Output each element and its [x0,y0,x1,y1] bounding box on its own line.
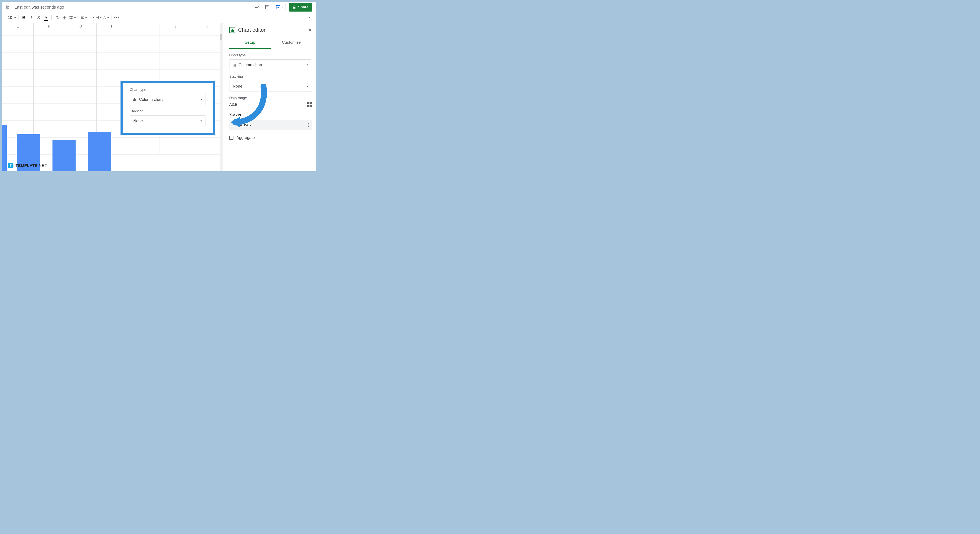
grid-cell[interactable] [33,75,65,81]
grid-cell[interactable] [191,35,223,41]
grid-row[interactable] [2,58,223,64]
fill-color-button[interactable] [54,14,60,21]
column-header[interactable]: E [2,23,33,30]
chart-type-select[interactable]: Column chart [229,59,312,70]
merge-cells-button[interactable] [68,14,76,21]
column-header[interactable]: I [128,23,160,30]
column-header[interactable]: K [191,23,223,30]
grid-cell[interactable] [97,75,128,81]
explore-icon[interactable] [253,3,261,11]
grid-cell[interactable] [33,92,65,98]
grid-row[interactable] [2,30,223,35]
edit-status-link[interactable]: Last edit was seconds ago [15,5,64,10]
grid-cell[interactable] [128,35,160,41]
grid-row[interactable] [2,41,223,47]
callout-stacking-select[interactable]: None [130,116,206,126]
grid-cell[interactable] [191,52,223,58]
grid-cell[interactable] [97,70,128,75]
grid-row[interactable] [2,35,223,41]
present-split-button[interactable] [274,4,286,10]
grid-cell[interactable] [65,41,97,47]
grid-cell[interactable] [65,86,97,92]
grid-cell[interactable] [2,81,33,86]
grid-cell[interactable] [65,58,97,64]
grid-cell[interactable] [2,92,33,98]
grid-cell[interactable] [160,58,191,64]
grid-cell[interactable] [33,98,65,103]
borders-button[interactable] [61,14,68,21]
grid-cell[interactable] [33,86,65,92]
grid-cell[interactable] [160,41,191,47]
horizontal-align-button[interactable] [81,14,87,21]
grid-cell[interactable] [33,70,65,75]
grid-cell[interactable] [191,70,223,75]
grid-cell[interactable] [97,64,128,69]
grid-cell[interactable] [2,70,33,75]
data-range-value[interactable]: A3:B [229,102,237,107]
grid-cell[interactable] [128,52,160,58]
grid-cell[interactable] [2,41,33,47]
vertical-scrollbar[interactable] [220,23,223,171]
grid-cell[interactable] [65,75,97,81]
grid-cell[interactable] [128,64,160,69]
grid-row[interactable] [2,70,223,75]
grid-cell[interactable] [160,35,191,41]
grid-cell[interactable] [2,35,33,41]
grid-cell[interactable] [97,30,128,35]
share-button[interactable]: Share [289,3,312,11]
grid-cell[interactable] [191,75,223,81]
grid-cell[interactable] [2,52,33,58]
grid-row[interactable] [2,52,223,58]
grid-cell[interactable] [97,52,128,58]
menu-item-help-fragment[interactable]: lp [6,5,9,10]
vertical-align-button[interactable] [88,14,94,21]
grid-cell[interactable] [128,47,160,52]
scrollbar-thumb[interactable] [220,34,222,40]
font-size-selector[interactable]: 10 [8,16,16,20]
collapse-toolbar-button[interactable] [306,14,312,21]
grid-cell[interactable] [33,30,65,35]
tab-setup[interactable]: Setup [229,37,270,49]
column-header[interactable]: G [65,23,97,30]
grid-cell[interactable] [2,47,33,52]
grid-cell[interactable] [33,81,65,86]
grid-cell[interactable] [65,47,97,52]
grid-cell[interactable] [160,30,191,35]
grid-row[interactable] [2,64,223,70]
grid-row[interactable] [2,47,223,52]
text-rotation-button[interactable] [103,14,109,21]
grid-cell[interactable] [191,30,223,35]
grid-cell[interactable] [160,52,191,58]
grid-cell[interactable] [160,70,191,75]
aggregate-checkbox[interactable] [229,136,234,140]
grid-cell[interactable] [191,41,223,47]
grid-cell[interactable] [191,64,223,69]
grid-cell[interactable] [65,92,97,98]
text-wrap-button[interactable] [95,14,102,21]
grid-row[interactable] [2,75,223,81]
grid-cell[interactable] [160,64,191,69]
grid-cell[interactable] [128,75,160,81]
xaxis-source-box[interactable]: TT A3:A6 [229,120,312,130]
grid-cell[interactable] [97,35,128,41]
close-icon[interactable]: ✕ [308,27,312,33]
grid-cell[interactable] [128,70,160,75]
bold-button[interactable]: B [21,14,27,21]
grid-cell[interactable] [65,64,97,69]
grid-cell[interactable] [33,52,65,58]
tab-customize[interactable]: Customize [270,37,312,49]
grid-cell[interactable] [2,86,33,92]
column-header[interactable]: H [97,23,128,30]
grid-cell[interactable] [160,47,191,52]
grid-cell[interactable] [65,52,97,58]
more-options-icon[interactable] [308,123,309,127]
comments-icon[interactable] [264,3,271,11]
grid-cell[interactable] [2,64,33,69]
stacking-select[interactable]: None [229,81,312,92]
grid-cell[interactable] [65,70,97,75]
italic-button[interactable]: I [28,14,35,21]
grid-cell[interactable] [128,30,160,35]
grid-cell[interactable] [128,58,160,64]
select-range-icon[interactable] [307,102,312,107]
grid-cell[interactable] [191,47,223,52]
